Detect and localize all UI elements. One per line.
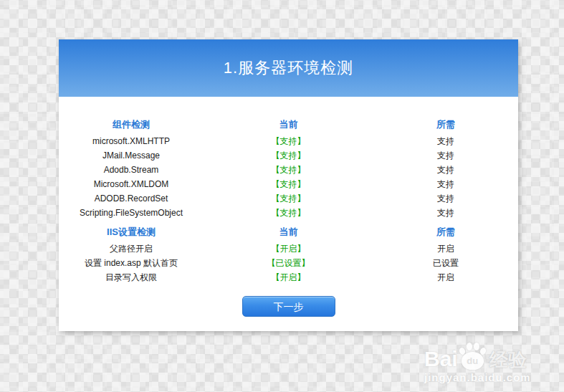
jingyan-logo-text: 经验	[489, 350, 527, 370]
current-status: 【支持】	[204, 178, 373, 191]
table-row: ADODB.RecordSet 【支持】 支持	[59, 191, 518, 206]
iis-setting-name: 目录写入权限	[59, 272, 204, 284]
required-status: 支持	[373, 193, 518, 205]
current-status: 【开启】	[204, 272, 373, 284]
baidu-paw-icon: du	[458, 343, 487, 370]
baidu-jingyan-logo: Bai du 经验	[424, 343, 539, 370]
column-header-current: 当前	[204, 226, 373, 239]
column-header-iis: IIS设置检测	[59, 226, 204, 239]
component-name: Microsoft.XMLDOM	[59, 179, 204, 189]
required-status: 开启	[373, 272, 518, 284]
table-row: Microsoft.XMLDOM 【支持】 支持	[59, 177, 518, 191]
iis-table-header: IIS设置检测 当前 所需	[59, 223, 518, 242]
required-status: 开启	[373, 243, 518, 255]
table-row: Adodb.Stream 【支持】 支持	[59, 163, 518, 177]
setup-wizard-panel: 1.服务器环境检测 组件检测 当前 所需 microsoft.XMLHTTP 【…	[59, 39, 518, 331]
baidu-jingyan-watermark: Bai du 经验 jingyan.baidu.com	[424, 343, 539, 383]
baidu-logo-du-text: du	[467, 356, 478, 365]
component-name: Scripting.FileSystemObject	[59, 208, 204, 218]
required-status: 支持	[373, 178, 518, 191]
current-status: 【支持】	[204, 150, 373, 162]
current-status: 【支持】	[204, 193, 373, 205]
table-row: 设置 index.asp 默认首页 【已设置】 已设置	[59, 256, 518, 270]
table-row: JMail.Message 【支持】 支持	[59, 148, 518, 163]
current-status: 【支持】	[204, 207, 373, 219]
component-table-header: 组件检测 当前 所需	[59, 115, 518, 134]
iis-setting-name: 父路径开启	[59, 243, 204, 255]
required-status: 已设置	[373, 257, 518, 269]
component-name: Adodb.Stream	[59, 165, 204, 175]
current-status: 【开启】	[204, 243, 373, 255]
required-status: 支持	[373, 164, 518, 176]
table-row: microsoft.XMLHTTP 【支持】 支持	[59, 134, 518, 148]
current-status: 【支持】	[204, 164, 373, 176]
required-status: 支持	[373, 207, 518, 219]
table-row: Scripting.FileSystemObject 【支持】 支持	[59, 206, 518, 220]
component-name: ADODB.RecordSet	[59, 193, 204, 204]
component-name: microsoft.XMLHTTP	[59, 136, 204, 146]
iis-setting-name: 设置 index.asp 默认首页	[59, 257, 204, 269]
table-row: 目录写入权限 【开启】 开启	[59, 270, 518, 285]
page-title: 1.服务器环境检测	[224, 57, 353, 79]
next-step-button[interactable]: 下一步	[242, 296, 335, 317]
column-header-required: 所需	[373, 118, 518, 131]
desktop-background: 1.服务器环境检测 组件检测 当前 所需 microsoft.XMLHTTP 【…	[0, 0, 564, 392]
baidu-logo-text: Bai	[424, 348, 458, 370]
wizard-header: 1.服务器环境检测	[59, 39, 518, 97]
column-header-current: 当前	[204, 118, 373, 131]
watermark-url: jingyan.baidu.com	[424, 371, 539, 383]
column-header-component: 组件检测	[59, 118, 204, 131]
current-status: 【支持】	[204, 135, 373, 148]
column-header-required: 所需	[373, 226, 518, 239]
current-status: 【已设置】	[204, 257, 373, 269]
component-name: JMail.Message	[59, 150, 204, 161]
table-row: 父路径开启 【开启】 开启	[59, 242, 518, 256]
detection-tables: 组件检测 当前 所需 microsoft.XMLHTTP 【支持】 支持 JMa…	[59, 97, 518, 317]
required-status: 支持	[373, 150, 518, 162]
required-status: 支持	[373, 135, 518, 148]
